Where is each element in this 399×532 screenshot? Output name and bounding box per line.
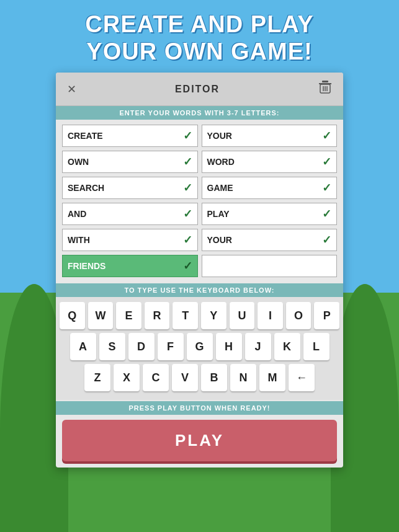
checkmark-icon: ✓	[322, 129, 331, 143]
checkmark-icon: ✓	[322, 233, 331, 247]
editor-header: ✕ EDITOR	[56, 73, 343, 106]
key-o[interactable]: O	[286, 302, 312, 329]
key-q[interactable]: Q	[60, 302, 85, 329]
backspace-key[interactable]: ←	[289, 364, 315, 391]
checkmark-icon: ✓	[183, 207, 192, 221]
key-a[interactable]: A	[70, 333, 96, 360]
key-c[interactable]: C	[143, 364, 169, 391]
word-text: YOUR	[207, 131, 232, 141]
word-cell[interactable]: PLAY✓	[202, 203, 338, 225]
word-cell[interactable]: AND✓	[62, 203, 198, 225]
keyboard-row: ZXCVBNM←	[60, 364, 339, 391]
key-f[interactable]: F	[158, 333, 184, 360]
word-text: WORD	[207, 157, 235, 167]
key-b[interactable]: B	[201, 364, 227, 391]
keyboard-section: QWERTYUIOPASDFGHJKLZXCVBNM←	[56, 297, 343, 400]
word-cell[interactable]: WORD✓	[202, 151, 338, 173]
editor-title: EDITOR	[175, 84, 220, 95]
checkmark-icon: ✓	[183, 155, 192, 169]
keyboard-row: QWERTYUIOP	[60, 302, 339, 329]
checkmark-icon: ✓	[183, 181, 192, 195]
word-text: PLAY	[207, 209, 230, 219]
word-cell[interactable]: YOUR✓	[202, 125, 338, 147]
key-w[interactable]: W	[88, 302, 114, 329]
key-x[interactable]: X	[114, 364, 140, 391]
checkmark-icon: ✓	[183, 259, 192, 273]
key-e[interactable]: E	[116, 302, 141, 329]
page-title: CREATE AND PLAY YOUR OWN GAME!	[0, 0, 399, 73]
key-p[interactable]: P	[314, 302, 339, 329]
words-instruction-bar: ENTER YOUR WORDS WITH 3-7 LETTERS:	[56, 106, 343, 120]
checkmark-icon: ✓	[322, 155, 331, 169]
word-text: FRIENDS	[68, 261, 105, 271]
word-text: YOUR	[207, 235, 232, 245]
close-button[interactable]: ✕	[65, 81, 79, 97]
key-m[interactable]: M	[259, 364, 285, 391]
word-cell[interactable]: WITH✓	[62, 229, 198, 251]
word-text: CREATE	[68, 131, 103, 141]
word-text: OWN	[68, 157, 89, 167]
key-d[interactable]: D	[128, 333, 155, 360]
word-cell[interactable]: OWN✓	[62, 151, 198, 173]
key-l[interactable]: L	[303, 333, 330, 360]
word-cell[interactable]: CREATE✓	[62, 125, 198, 147]
key-v[interactable]: V	[172, 364, 198, 391]
word-cell[interactable]: SEARCH✓	[62, 177, 198, 199]
keyboard-row: ASDFGHJKL	[60, 333, 339, 360]
words-grid: CREATE✓YOUR✓OWN✓WORD✓SEARCH✓GAME✓AND✓PLA…	[56, 120, 343, 282]
word-text: WITH	[68, 235, 90, 245]
word-text: AND	[68, 209, 86, 219]
checkmark-icon: ✓	[183, 129, 192, 143]
checkmark-icon: ✓	[322, 181, 331, 195]
word-cell[interactable]: GAME✓	[202, 177, 338, 199]
key-j[interactable]: J	[245, 333, 271, 360]
key-g[interactable]: G	[187, 333, 213, 360]
checkmark-icon: ✓	[322, 207, 331, 221]
key-n[interactable]: N	[230, 364, 256, 391]
key-s[interactable]: S	[99, 333, 125, 360]
key-h[interactable]: H	[216, 333, 242, 360]
keyboard-instruction-bar: TO TYPE USE THE KEYBOARD BELOW:	[56, 283, 343, 297]
editor-panel: ✕ EDITOR ENTER YOUR WORDS WITH 3-7 LETTE…	[56, 73, 343, 468]
play-button[interactable]: PLAY	[62, 420, 337, 461]
key-i[interactable]: I	[258, 302, 283, 329]
word-text: SEARCH	[68, 183, 104, 193]
key-r[interactable]: R	[145, 302, 170, 329]
trash-button[interactable]	[316, 79, 334, 99]
key-u[interactable]: U	[230, 302, 255, 329]
key-y[interactable]: Y	[201, 302, 226, 329]
word-cell[interactable]: FRIENDS✓	[62, 255, 198, 277]
key-z[interactable]: Z	[84, 364, 110, 391]
checkmark-icon: ✓	[183, 233, 192, 247]
play-instruction-bar: PRESS PLAY BUTTON WHEN READY!	[56, 401, 343, 415]
svg-rect-1	[322, 81, 328, 82]
word-cell[interactable]: YOUR✓	[202, 229, 338, 251]
word-text: GAME	[207, 183, 233, 193]
key-t[interactable]: T	[173, 302, 198, 329]
key-k[interactable]: K	[274, 333, 300, 360]
trash-icon	[318, 80, 332, 95]
word-cell[interactable]	[202, 255, 338, 277]
